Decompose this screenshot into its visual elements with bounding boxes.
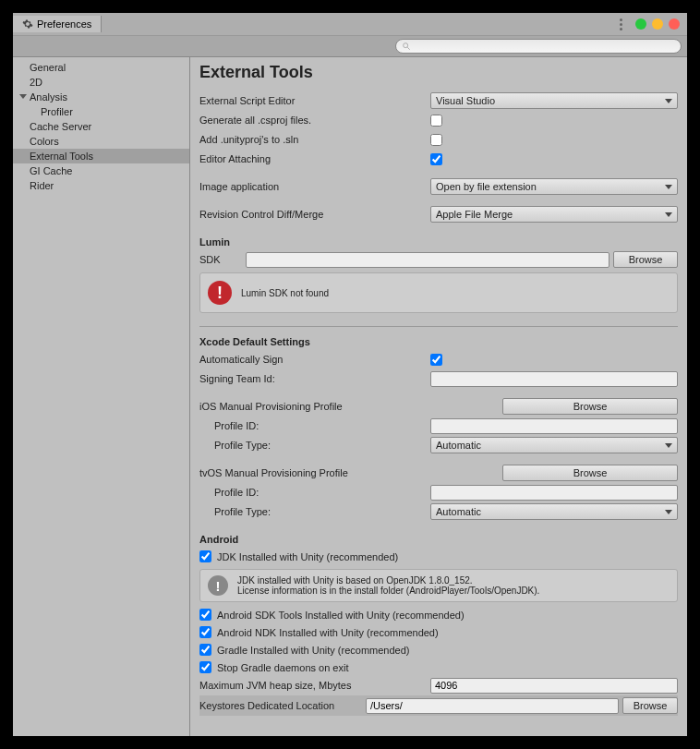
- sdk-tools-label: Android SDK Tools Installed with Unity (…: [217, 610, 465, 621]
- lumin-warn-text: Lumin SDK not found: [241, 288, 329, 298]
- tvos-profile-id-input[interactable]: [430, 485, 678, 501]
- sidebar-item-2d[interactable]: 2D: [13, 75, 189, 90]
- maximize-button[interactable]: [652, 18, 663, 30]
- jvm-heap-input[interactable]: [430, 678, 678, 694]
- gradle-checkbox[interactable]: [199, 644, 211, 656]
- window-controls: [620, 18, 680, 30]
- auto-sign-checkbox[interactable]: [430, 354, 442, 366]
- keystore-browse-button[interactable]: Browse: [622, 697, 678, 714]
- preferences-window: Preferences General 2D Analysis Profiler…: [13, 13, 687, 736]
- jvm-heap-label: Maximum JVM heap size, Mbytes: [199, 680, 430, 691]
- sidebar-item-external-tools[interactable]: External Tools: [13, 149, 189, 163]
- add-unityproj-label: Add .unityproj's to .sln: [199, 134, 430, 145]
- tvos-browse-button[interactable]: Browse: [502, 465, 678, 481]
- menu-icon[interactable]: [620, 18, 622, 30]
- sidebar-item-gi-cache[interactable]: GI Cache: [13, 163, 189, 178]
- stop-gradle-checkbox[interactable]: [199, 661, 211, 673]
- page-title: External Tools: [199, 63, 678, 82]
- auto-sign-label: Automatically Sign: [199, 354, 430, 365]
- add-unityproj-checkbox[interactable]: [430, 134, 442, 146]
- ios-profile-id-label: Profile ID:: [199, 420, 430, 431]
- gear-icon: [22, 18, 33, 30]
- keystore-input[interactable]: [366, 698, 619, 714]
- tvos-prov-label: tvOS Manual Provisioning Profile: [199, 467, 430, 478]
- sidebar-item-colors[interactable]: Colors: [13, 134, 189, 149]
- svg-point-0: [404, 43, 408, 48]
- ndk-label: Android NDK Installed with Unity (recomm…: [217, 627, 439, 638]
- search-input[interactable]: [395, 39, 682, 54]
- sidebar-item-analysis[interactable]: Analysis: [13, 90, 189, 104]
- ios-prov-label: iOS Manual Provisioning Profile: [199, 401, 430, 412]
- xcode-head: Xcode Default Settings: [199, 336, 678, 347]
- lumin-sdk-input[interactable]: [246, 252, 609, 268]
- toolbar: [13, 35, 687, 57]
- team-id-label: Signing Team Id:: [199, 373, 430, 384]
- ios-browse-button[interactable]: Browse: [502, 398, 678, 415]
- tvos-profile-type-label: Profile Type:: [199, 506, 430, 517]
- image-app-label: Image application: [199, 181, 430, 192]
- divider: [199, 326, 678, 327]
- error-icon: !: [208, 281, 232, 305]
- editor-attaching-label: Editor Attaching: [199, 153, 430, 164]
- ios-profile-type-dropdown[interactable]: Automatic: [430, 437, 678, 453]
- sidebar-item-rider[interactable]: Rider: [13, 178, 189, 193]
- svg-line-1: [407, 47, 410, 50]
- jdk-info-1: JDK installed with Unity is based on Ope…: [237, 575, 539, 586]
- script-editor-label: External Script Editor: [199, 95, 430, 106]
- keystore-label: Keystores Dedicated Location: [199, 700, 366, 711]
- android-head: Android: [199, 534, 678, 545]
- stop-gradle-label: Stop Gradle daemons on exit: [217, 662, 348, 673]
- script-editor-dropdown[interactable]: Visual Studio: [430, 92, 678, 109]
- close-button[interactable]: [669, 18, 680, 30]
- gen-csproj-label: Generate all .csproj files.: [199, 115, 430, 126]
- image-app-dropdown[interactable]: Open by file extension: [430, 178, 678, 195]
- editor-attaching-checkbox[interactable]: [430, 153, 442, 165]
- sdk-tools-checkbox[interactable]: [199, 609, 211, 621]
- titlebar: Preferences: [13, 13, 687, 35]
- lumin-browse-button[interactable]: Browse: [613, 251, 678, 268]
- sidebar-item-cache-server[interactable]: Cache Server: [13, 119, 189, 134]
- preferences-tab[interactable]: Preferences: [13, 16, 102, 32]
- sidebar-item-general[interactable]: General: [13, 60, 189, 75]
- rev-control-dropdown[interactable]: Apple File Merge: [430, 206, 678, 223]
- tvos-profile-id-label: Profile ID:: [199, 487, 430, 498]
- team-id-input[interactable]: [430, 371, 678, 387]
- ios-profile-id-input[interactable]: [430, 418, 678, 434]
- jdk-info-2: License information is in the install fo…: [237, 586, 539, 596]
- lumin-warn-box: ! Lumin SDK not found: [199, 272, 678, 313]
- gradle-label: Gradle Installed with Unity (recommended…: [217, 645, 409, 656]
- jdk-info-box: ! JDK installed with Unity is based on O…: [199, 569, 678, 602]
- sdk-label: SDK: [199, 254, 246, 265]
- content: External Tools External Script EditorVis…: [190, 57, 687, 736]
- sidebar: General 2D Analysis Profiler Cache Serve…: [13, 57, 190, 736]
- ndk-checkbox[interactable]: [199, 626, 211, 638]
- info-icon: !: [208, 575, 228, 596]
- search-icon: [402, 42, 411, 51]
- minimize-button[interactable]: [635, 18, 646, 30]
- tab-label: Preferences: [37, 18, 91, 30]
- ios-profile-type-label: Profile Type:: [199, 440, 430, 451]
- sidebar-item-profiler[interactable]: Profiler: [13, 104, 189, 119]
- lumin-head: Lumin: [199, 236, 678, 248]
- jdk-label: JDK Installed with Unity (recommended): [217, 551, 398, 562]
- jdk-checkbox[interactable]: [199, 550, 211, 562]
- body: General 2D Analysis Profiler Cache Serve…: [13, 57, 687, 736]
- tvos-profile-type-dropdown[interactable]: Automatic: [430, 503, 678, 520]
- rev-control-label: Revision Control Diff/Merge: [199, 209, 430, 220]
- gen-csproj-checkbox[interactable]: [430, 115, 442, 127]
